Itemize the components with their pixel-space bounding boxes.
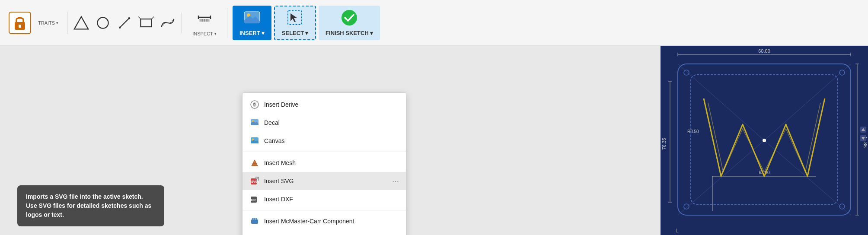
svg-text:60.00: 60.00 [758, 48, 770, 54]
finish-label: FINISH SKETCH ▾ [326, 30, 373, 36]
menu-label-decal: Decal [264, 119, 280, 126]
lock-icon[interactable] [9, 12, 31, 34]
svg-point-6 [128, 17, 131, 19]
constraints-label[interactable]: TRAITS ▾ [35, 19, 62, 27]
select-button[interactable]: SELECT ▾ [274, 6, 316, 40]
finish-sketch-button[interactable]: FINISH SKETCH ▾ [319, 6, 380, 40]
toolbar: TRAITS ▾ [0, 0, 868, 46]
svg-text:R8.50: R8.50 [687, 129, 699, 134]
svg-text:DXF: DXF [251, 199, 256, 201]
rectangle-tool[interactable] [136, 13, 156, 33]
svg-marker-2 [74, 16, 88, 29]
menu-item-insert-dxf[interactable]: DXF Insert DXF [243, 190, 406, 208]
svg-text:SVG: SVG [251, 180, 258, 183]
constraints-section: TRAITS ▾ [3, 12, 67, 34]
insert-label: INSERT ▾ [239, 30, 265, 36]
triangle-tool[interactable] [71, 13, 92, 33]
svg-point-24 [341, 10, 357, 25]
svg-line-4 [120, 18, 129, 28]
menu-label-mesh: Insert Mesh [264, 159, 296, 166]
svg-text:63.50: 63.50 [759, 170, 769, 175]
svg-point-3 [98, 17, 108, 28]
inspect-label[interactable]: INSPECT ▾ [189, 29, 220, 38]
canvas-icon [249, 136, 260, 146]
menu-item-mcmaster[interactable]: Insert McMaster-Carr Component [243, 212, 406, 230]
mesh-icon [249, 158, 260, 168]
circle-tool[interactable] [93, 13, 113, 33]
menu-separator-2 [243, 210, 406, 210]
svg-rect-7 [141, 19, 152, 27]
menu-label-mcmaster: Insert McMaster-Carr Component [264, 218, 354, 225]
menu-item-decal[interactable]: Decal [243, 114, 406, 132]
menu-item-insert-derive[interactable]: D Insert Derive [243, 95, 406, 114]
svg-rect-1 [19, 25, 21, 28]
menu-item-insert-svg[interactable]: SVG Insert SVG ⋯ [243, 172, 406, 190]
menu-label-svg: Insert SVG [264, 178, 294, 184]
menu-item-manufacturer[interactable]: Insert a manufacturer part [243, 230, 406, 235]
inspect-section: INSPECT ▾ [182, 8, 227, 38]
inspect-icon [195, 8, 214, 29]
svg-line-9 [152, 16, 154, 19]
svg-point-5 [119, 26, 121, 29]
select-label: SELECT ▾ [282, 30, 308, 36]
left-canvas: D Insert Derive Decal [0, 46, 661, 235]
menu-item-canvas[interactable]: Canvas [243, 132, 406, 150]
decal-icon [249, 118, 260, 128]
insert-icon [243, 9, 261, 28]
finish-icon [341, 9, 358, 28]
insert-button[interactable]: INSERT ▾ [233, 6, 271, 40]
right-buttons: INSERT ▾ SELECT ▾ [227, 6, 385, 40]
insert-derive-icon: D [249, 99, 260, 110]
spline-tool[interactable] [157, 13, 178, 33]
select-icon [286, 9, 303, 28]
tools-section [67, 13, 182, 33]
menu-item-svg-dots[interactable]: ⋯ [392, 177, 399, 185]
svg-icon: SVG [249, 176, 260, 186]
right-canvas: 60.00 45.86 76.35 63.50 R8.50 [661, 46, 868, 235]
cad-drawing: 60.00 45.86 76.35 63.50 R8.50 [661, 46, 868, 235]
svg-line-8 [138, 16, 140, 19]
svg-text:L: L [676, 228, 679, 234]
svg-text:D: D [253, 103, 255, 106]
svg-rect-35 [251, 219, 258, 224]
menu-item-insert-mesh[interactable]: Insert Mesh [243, 154, 406, 172]
mcmaster-icon [249, 216, 260, 226]
constraints-arrow: ▾ [56, 21, 58, 25]
tooltip: Imports a SVG file into the active sketc… [17, 185, 164, 226]
svg-point-63 [763, 139, 766, 142]
main-area: D Insert Derive Decal [0, 46, 868, 235]
dxf-icon: DXF [249, 194, 260, 204]
menu-label-insert-derive: Insert Derive [264, 101, 298, 108]
menu-separator-1 [243, 152, 406, 152]
svg-text:76.35: 76.35 [661, 138, 667, 150]
line-tool[interactable] [114, 13, 135, 33]
menu-label-dxf: Insert DXF [264, 196, 293, 203]
insert-dropdown-menu: D Insert Derive Decal [242, 92, 406, 235]
menu-label-canvas: Canvas [264, 137, 284, 144]
